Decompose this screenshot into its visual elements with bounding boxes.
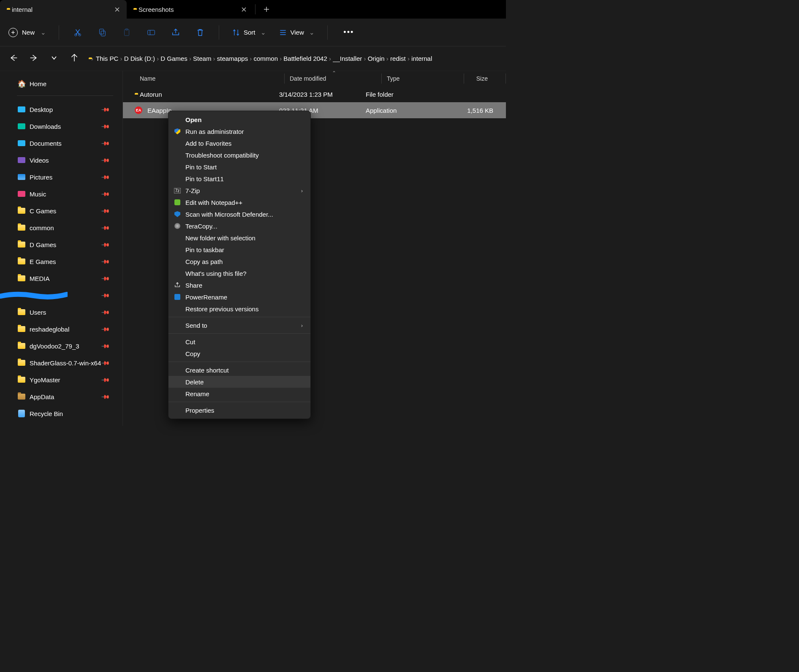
context-menu-item[interactable]: Send to› [168, 319, 310, 331]
sidebar-item-label: Videos [30, 157, 49, 164]
close-icon[interactable] [114, 6, 120, 12]
share-icon [174, 281, 181, 289]
7z-icon: 7z [174, 187, 181, 194]
file-size: 1,516 KB [438, 107, 506, 114]
purple-icon [18, 157, 25, 163]
sidebar-item[interactable]: E Games📌 [0, 253, 118, 270]
breadcrumb-segment[interactable]: __Installer [333, 55, 362, 62]
context-menu-item[interactable]: Copy as path [168, 256, 310, 267]
pin-icon: 📌 [101, 105, 110, 114]
context-menu-item[interactable]: PowerRename [168, 291, 310, 303]
forward-button[interactable] [28, 54, 40, 63]
breadcrumb-segment[interactable]: redist [390, 55, 406, 62]
sidebar-item[interactable]: Videos📌 [0, 152, 118, 169]
tab-screenshots[interactable]: Screenshots [127, 0, 253, 19]
context-menu-item[interactable]: Run as administrator [168, 125, 310, 137]
context-menu-item[interactable]: Scan with Microsoft Defender... [168, 208, 310, 220]
context-menu-item[interactable]: Restore previous versions [168, 303, 310, 315]
tera-icon [174, 222, 181, 230]
delete-button[interactable] [194, 24, 206, 41]
sort-button[interactable]: Sort ⌄ [232, 24, 266, 41]
context-menu-item[interactable]: Open [168, 114, 310, 125]
context-menu-item[interactable]: Delete [168, 376, 310, 388]
breadcrumb-segment[interactable]: Battlefield 2042 [283, 55, 327, 62]
pin-icon: 📌 [101, 291, 110, 300]
sidebar-item[interactable]: reshadeglobal📌 [0, 321, 118, 337]
breadcrumb-segment[interactable]: common [253, 55, 278, 62]
chevron-right-icon: › [301, 322, 303, 329]
column-type[interactable]: Type [387, 75, 459, 82]
breadcrumb-segment[interactable]: Origin [368, 55, 385, 62]
sidebar-item[interactable]: C Games📌 [0, 202, 118, 219]
more-button[interactable]: ••• [340, 24, 357, 41]
chevron-right-icon: › [155, 55, 160, 62]
teal-icon [18, 123, 25, 129]
sidebar-item[interactable]: D Games📌 [0, 236, 118, 253]
context-menu-item[interactable]: Copy [168, 348, 310, 359]
context-menu-item[interactable]: Properties [168, 404, 310, 416]
context-menu-item[interactable]: Pin to Start [168, 161, 310, 173]
sidebar-item-home[interactable]: 🏠 Home [0, 75, 118, 92]
context-menu-item[interactable]: Edit with Notepad++ [168, 196, 310, 208]
breadcrumb-segment[interactable]: D Disk (D:) [124, 55, 155, 62]
context-menu-item[interactable]: Rename [168, 388, 310, 400]
context-menu-label: Copy [185, 350, 200, 357]
pin-icon: 📌 [101, 139, 110, 148]
sidebar-item[interactable]: common📌 [0, 219, 118, 236]
context-menu-item[interactable]: TeraCopy... [168, 220, 310, 232]
folder-icon [18, 326, 25, 332]
rename-button[interactable] [145, 24, 157, 41]
context-menu-item[interactable]: What's using this file? [168, 267, 310, 279]
sidebar-item[interactable]: MEDIA📌 [0, 270, 118, 287]
recent-locations-button[interactable] [48, 55, 60, 62]
sidebar-item[interactable]: Downloads📌 [0, 118, 118, 135]
context-menu-item[interactable]: Pin to Start11 [168, 173, 310, 185]
context-menu-item[interactable]: Add to Favorites [168, 137, 310, 149]
context-menu-item[interactable]: Share [168, 279, 310, 291]
breadcrumb[interactable]: › This PC › D Disk (D:) › D Games › Stea… [89, 55, 498, 62]
tab-internal[interactable]: internal [0, 0, 127, 19]
pin-icon: 📌 [101, 341, 110, 351]
file-row[interactable]: Autorun3/14/2023 1:23 PMFile folder [123, 86, 506, 102]
context-menu-item[interactable]: Troubleshoot compatibility [168, 149, 310, 161]
cut-button[interactable] [72, 24, 84, 41]
breadcrumb-segment[interactable]: internal [411, 55, 432, 62]
back-button[interactable] [8, 54, 19, 63]
copy-button[interactable] [96, 24, 108, 41]
paste-button[interactable] [121, 24, 133, 41]
share-button[interactable] [170, 24, 182, 41]
view-button[interactable]: View ⌄ [279, 24, 315, 41]
context-menu-item[interactable]: 7z7-Zip› [168, 185, 310, 196]
breadcrumb-segment[interactable]: Steam [193, 55, 211, 62]
navigation-pane[interactable]: 🏠 Home Desktop📌Downloads📌Documents📌Video… [0, 71, 122, 426]
breadcrumb-segment[interactable]: This PC [96, 55, 118, 62]
sidebar-item[interactable]: Desktop📌 [0, 101, 118, 118]
up-button[interactable] [68, 54, 80, 63]
pink-icon [18, 191, 25, 197]
close-icon[interactable] [241, 6, 247, 12]
chevron-right-icon: › [362, 55, 367, 62]
folder-icon [18, 360, 25, 366]
sidebar-item[interactable]: Pictures📌 [0, 169, 118, 185]
sidebar-item[interactable]: Documents📌 [0, 135, 118, 152]
column-name[interactable]: Name [123, 75, 279, 82]
sidebar-item[interactable]: dgVoodoo2_79_3📌 [0, 337, 118, 354]
new-button[interactable]: + New ⌄ [8, 24, 46, 41]
new-tab-button[interactable] [257, 0, 276, 19]
context-menu-item[interactable]: Pin to taskbar [168, 244, 310, 256]
sidebar-item[interactable]: Users📌 [0, 304, 118, 321]
breadcrumb-segment[interactable]: D Games [160, 55, 187, 62]
sidebar-item[interactable]: AppData📌 [0, 388, 118, 405]
context-menu-label: PowerRename [185, 294, 227, 301]
sidebar-item[interactable]: 📌 [0, 287, 118, 304]
sidebar-item[interactable]: Recycle Bin [0, 405, 118, 422]
breadcrumb-segment[interactable]: steamapps [217, 55, 248, 62]
context-menu-item[interactable]: Create shortcut [168, 364, 310, 376]
sidebar-item[interactable]: Music📌 [0, 185, 118, 202]
sidebar-item[interactable]: ShaderGlass-0.7-win-x64📌 [0, 354, 118, 371]
context-menu-item[interactable]: New folder with selection [168, 232, 310, 244]
column-size[interactable]: Size [469, 75, 500, 82]
folder-icon [18, 208, 25, 214]
context-menu-item[interactable]: Cut [168, 336, 310, 348]
sidebar-item[interactable]: YgoMaster📌 [0, 371, 118, 388]
